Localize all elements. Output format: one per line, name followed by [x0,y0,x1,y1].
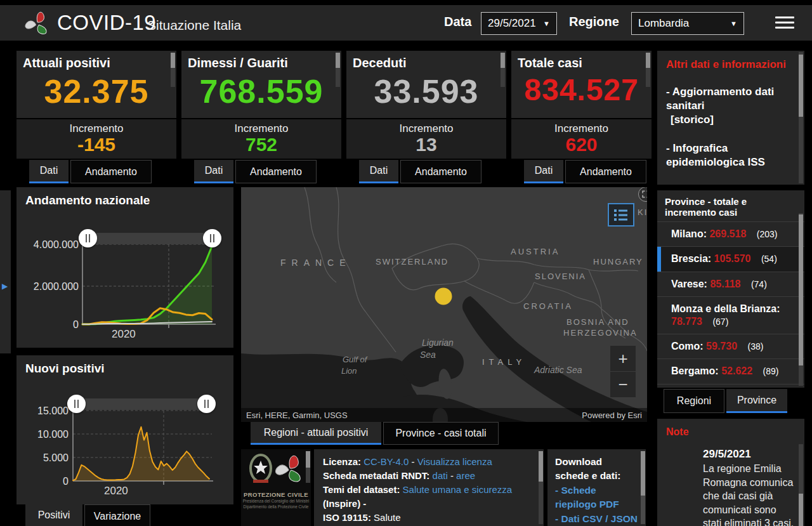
expand-panel-arrow-icon[interactable]: ▶ [2,282,8,291]
expand-arrows-icon [641,190,647,199]
zoom-out-button[interactable]: − [610,372,636,397]
covid-dashboard: COVID-19 Situazione Italia Data 29/5/202… [0,0,812,526]
tab-regioni[interactable]: Regioni [664,389,724,413]
map-label-croatia: CROATIA [523,301,573,311]
drag-handle-icon [204,400,209,408]
map-label-austria: AUSTRIA [511,247,560,256]
scrollbar[interactable] [646,53,650,87]
tab-andamento[interactable]: Andamento [400,160,481,183]
region-select-value: Lombardia [638,17,689,30]
tab-positivi[interactable]: Positivi [25,504,82,526]
salute-umana-link[interactable]: Salute umana e sicurezza [403,484,513,495]
map-label-slovenia: SLOVENIA [535,272,586,281]
dati-csv-json-link[interactable]: - Dati CSV / JSON [555,512,638,526]
license-line-2: Scheda metadati RNDT: dati - aree [323,469,535,483]
scrollbar[interactable] [171,53,175,87]
tab-andamento[interactable]: Andamento [565,160,646,183]
andamento-chart [16,187,233,348]
map-label-bosnia-1: BOSNIA AND [566,317,629,327]
slider-handle-right[interactable] [203,229,221,247]
region-label: Regione [569,15,619,29]
schede-riepilogo-pdf-link[interactable]: - Schede riepilogo PDF [555,483,638,512]
note-date: 29/5/2021 [703,448,796,461]
link-storico[interactable]: [storico] [666,113,796,127]
logo-name: PROTEZIONE CIVILE [241,491,311,498]
license-panel: Licenza: CC-BY-4.0 - Visualizza licenza … [314,449,544,526]
time-range-slider[interactable] [76,398,206,410]
nuovi-positivi-panel: Nuovi positivi 15.000 10.000 5.000 0 202… [16,355,233,504]
scrollbar[interactable] [641,451,645,524]
province-row-monza[interactable]: Monza e della Brianza: 78.773 (67) [657,296,804,334]
province-panel: Province - totale e incremento casi Mila… [657,190,804,388]
note-body: La regione Emilia Romagna comunica che d… [703,462,796,526]
map-attribution: Esri, HERE, Garmin, USGS Powered by Esri [241,408,647,422]
legend-list-icon [613,207,629,223]
note-title: Note [666,426,796,438]
download-title: Download schede e dati: [555,455,638,483]
map-label-hungary: HUNGARY [593,257,643,266]
drag-handle-icon [74,400,79,408]
tab-province[interactable]: Province [726,389,787,413]
time-range-slider[interactable] [88,233,212,244]
tab-andamento[interactable]: Andamento [235,160,317,183]
increment-value: 620 [511,135,652,154]
scrollbar[interactable] [336,53,340,87]
logo-sub-2: Dipartimento della Protezione Civile [241,504,311,510]
map-basemap [241,187,647,422]
map-label-gulf-of-lion-2: Lion [341,366,357,376]
tab-dati[interactable]: Dati [524,160,563,183]
dati-link[interactable]: dati [433,470,448,481]
protezione-civile-panel: PROTEZIONE CIVILE Presidenza del Consigl… [241,449,311,526]
scrollbar[interactable] [501,53,505,87]
link-sorveglianza[interactable]: - Sorveglianza epidemiologica [666,183,796,185]
tab-dati[interactable]: Dati [359,160,398,183]
increment-value: 13 [346,135,506,154]
scrollbar[interactable] [306,451,310,483]
altri-dati-title: Altri dati e informazioni [666,58,796,71]
region-select[interactable]: Lombardia ▼ [631,12,744,35]
map-attribution-right: Powered by Esri [582,411,642,420]
aree-link[interactable]: aree [456,470,475,481]
province-row-milano[interactable]: Milano: 269.518 (203) [657,221,804,246]
card-value: 32.375 [16,72,176,110]
map-label-france: FRANCE [280,258,351,268]
tab-andamento[interactable]: Andamento [70,160,152,183]
cc-by-link[interactable]: CC-BY-4.0 [363,456,409,467]
tab-dati[interactable]: Dati [29,160,69,183]
scrollbar[interactable] [799,213,803,386]
province-row-bergamo[interactable]: Bergamo: 52.622 (89) [657,358,804,383]
tab-dati[interactable]: Dati [194,160,233,183]
visualizza-licenza-link[interactable]: Visualizza licenza [417,456,492,467]
map-label-italy: ITALY [482,357,526,367]
card-title: Totale casi [518,56,582,70]
slider-handle-left[interactable] [79,229,97,247]
zoom-in-button[interactable]: + [610,346,636,371]
province-row-pavia[interactable]: Pavia: 43.591 (14) [657,384,804,388]
slider-handle-right[interactable] [197,395,216,413]
link-aggiornamento-dati[interactable]: - Aggiornamento dati sanitari [666,85,796,113]
tab-regioni-attuali-positivi[interactable]: Regioni - attuali positivi [251,422,381,445]
italy-map[interactable]: REPUBLIC KIA FRANCE SWITZERLAND AUSTRIA … [241,187,647,422]
card-increment-box: Incremento 13 [346,119,506,159]
tab-variazione[interactable]: Variazione [84,504,150,526]
legend-button[interactable] [608,203,634,227]
date-select[interactable]: 29/5/2021 ▼ [481,12,557,35]
chevron-down-icon: ▼ [537,20,550,27]
note-panel: Note 29/5/2021 La regione Emilia Romagna… [657,419,804,526]
scrollbar[interactable] [539,451,543,524]
hamburger-menu-icon[interactable] [775,16,794,30]
province-row-brescia[interactable]: Brescia: 105.570 (54) [657,246,804,271]
increment-label: Incremento [16,122,176,135]
scrollbar[interactable] [799,52,803,183]
slider-handle-left[interactable] [67,395,86,413]
increment-value: -145 [16,135,176,154]
link-infografica-iss[interactable]: - Infografica epidemiologica ISS [666,141,796,169]
province-row-varese[interactable]: Varese: 85.118 (74) [657,272,804,296]
province-row-como[interactable]: Como: 59.730 (38) [657,334,804,358]
map-label-gulf-of-lion-1: Gulf of [343,355,367,364]
scrollbar[interactable] [799,444,803,526]
tab-province-casi-totali[interactable]: Province - casi totali [383,422,499,445]
protezione-civile-emblem-icon [246,453,306,487]
card-title: Deceduti [353,56,406,70]
card-value: 768.559 [181,72,341,110]
